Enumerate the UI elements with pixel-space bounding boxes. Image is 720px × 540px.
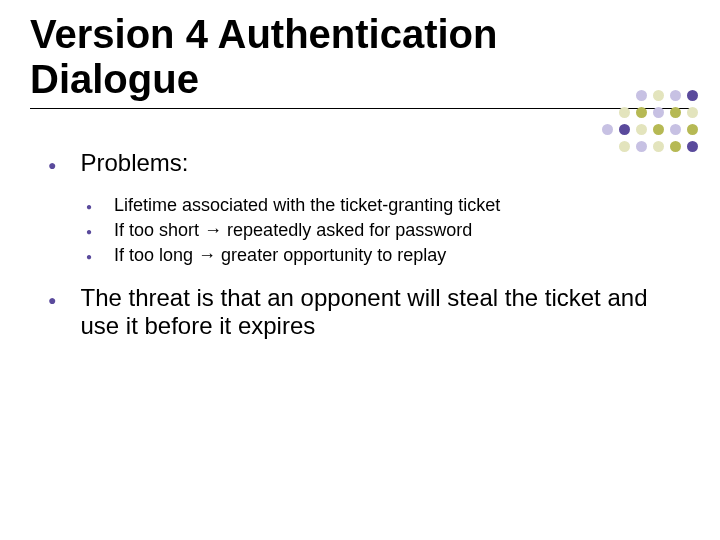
list-item: Lifetime associated with the ticket-gran… bbox=[86, 195, 690, 216]
bullet-list: Problems: bbox=[48, 149, 690, 177]
list-item-text: Problems: bbox=[80, 149, 690, 177]
bullet-list: The threat is that an opponent will stea… bbox=[48, 284, 690, 340]
list-item: If too short → repeatedly asked for pass… bbox=[86, 220, 690, 241]
page-title: Version 4 Authentication Dialogue bbox=[30, 12, 530, 102]
list-item-text: If too short → repeatedly asked for pass… bbox=[114, 220, 690, 241]
list-item-text: The threat is that an opponent will stea… bbox=[80, 284, 690, 340]
list-item: Problems: bbox=[48, 149, 690, 177]
list-item: The threat is that an opponent will stea… bbox=[48, 284, 690, 340]
slide: Version 4 Authentication Dialogue Proble… bbox=[0, 0, 720, 540]
list-item: If too long → greater opportunity to rep… bbox=[86, 245, 690, 266]
sub-bullet-list: Lifetime associated with the ticket-gran… bbox=[86, 195, 690, 266]
title-divider bbox=[30, 108, 690, 109]
decorative-dot-grid bbox=[602, 90, 700, 154]
list-item-text: Lifetime associated with the ticket-gran… bbox=[114, 195, 690, 216]
list-item-text: If too long → greater opportunity to rep… bbox=[114, 245, 690, 266]
